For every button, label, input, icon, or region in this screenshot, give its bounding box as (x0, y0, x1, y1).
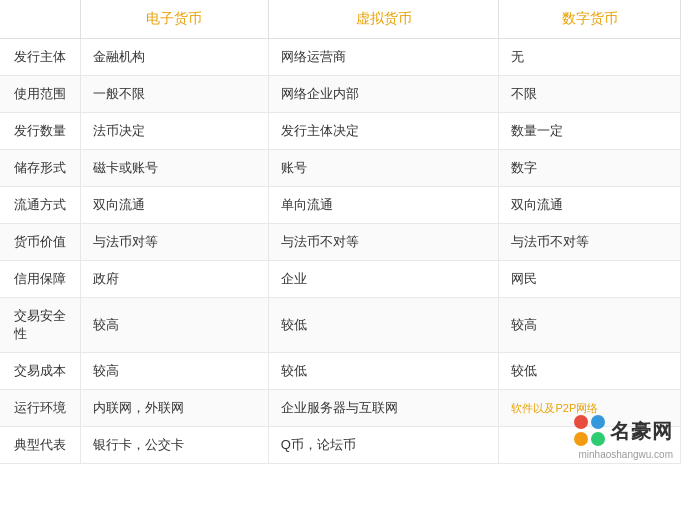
row-col2: 网络运营商 (268, 39, 499, 76)
header-virtual: 虚拟货币 (268, 0, 499, 39)
row-label: 流通方式 (0, 187, 80, 224)
row-col1: 与法币对等 (80, 224, 268, 261)
row-col2: 企业服务器与互联网 (268, 390, 499, 427)
table-row: 使用范围一般不限网络企业内部不限 (0, 76, 681, 113)
table-row: 储存形式磁卡或账号账号数字 (0, 150, 681, 187)
row-label: 货币价值 (0, 224, 80, 261)
row-col3: 较低 (499, 353, 681, 390)
row-col3: 较高 (499, 298, 681, 353)
row-col1: 金融机构 (80, 39, 268, 76)
table-row: 流通方式双向流通单向流通双向流通 (0, 187, 681, 224)
row-col2: Q币，论坛币 (268, 427, 499, 464)
row-col1: 双向流通 (80, 187, 268, 224)
header-digital: 数字货币 (499, 0, 681, 39)
row-col2: 较低 (268, 298, 499, 353)
row-col3: 不限 (499, 76, 681, 113)
row-col2: 发行主体决定 (268, 113, 499, 150)
row-label: 发行数量 (0, 113, 80, 150)
row-col2: 账号 (268, 150, 499, 187)
row-col1: 内联网，外联网 (80, 390, 268, 427)
row-label: 运行环境 (0, 390, 80, 427)
table-row: 信用保障政府企业网民 (0, 261, 681, 298)
row-col2: 网络企业内部 (268, 76, 499, 113)
row-label: 储存形式 (0, 150, 80, 187)
table-wrapper: 电子货币 虚拟货币 数字货币 发行主体金融机构网络运营商无使用范围一般不限网络企… (0, 0, 681, 464)
row-col3: 无 (499, 39, 681, 76)
table-row: 交易安全性较高较低较高 (0, 298, 681, 353)
row-col3: 网民 (499, 261, 681, 298)
row-col1: 银行卡，公交卡 (80, 427, 268, 464)
row-col1: 较高 (80, 298, 268, 353)
table-row: 典型代表银行卡，公交卡Q币，论坛币 (0, 427, 681, 464)
row-col1: 磁卡或账号 (80, 150, 268, 187)
row-label: 信用保障 (0, 261, 80, 298)
table-row: 货币价值与法币对等与法币不对等与法币不对等 (0, 224, 681, 261)
table-row: 发行主体金融机构网络运营商无 (0, 39, 681, 76)
row-col1: 政府 (80, 261, 268, 298)
table-row: 交易成本较高较低较低 (0, 353, 681, 390)
table-row: 运行环境内联网，外联网企业服务器与互联网软件以及P2P网络 (0, 390, 681, 427)
header-row: 电子货币 虚拟货币 数字货币 (0, 0, 681, 39)
row-col2: 单向流通 (268, 187, 499, 224)
header-electronic: 电子货币 (80, 0, 268, 39)
row-col2: 企业 (268, 261, 499, 298)
row-col3: 数量一定 (499, 113, 681, 150)
main-container: 电子货币 虚拟货币 数字货币 发行主体金融机构网络运营商无使用范围一般不限网络企… (0, 0, 681, 464)
row-col3 (499, 427, 681, 464)
row-label: 发行主体 (0, 39, 80, 76)
row-col3: 软件以及P2P网络 (499, 390, 681, 427)
row-col3: 双向流通 (499, 187, 681, 224)
row-col2: 与法币不对等 (268, 224, 499, 261)
row-col3: 与法币不对等 (499, 224, 681, 261)
comparison-table: 电子货币 虚拟货币 数字货币 发行主体金融机构网络运营商无使用范围一般不限网络企… (0, 0, 681, 464)
row-col2: 较低 (268, 353, 499, 390)
row-label: 使用范围 (0, 76, 80, 113)
row-label: 交易安全性 (0, 298, 80, 353)
header-empty (0, 0, 80, 39)
row-label: 典型代表 (0, 427, 80, 464)
row-col1: 一般不限 (80, 76, 268, 113)
row-col3: 数字 (499, 150, 681, 187)
table-row: 发行数量法币决定发行主体决定数量一定 (0, 113, 681, 150)
row-col1: 法币决定 (80, 113, 268, 150)
row-label: 交易成本 (0, 353, 80, 390)
row-col1: 较高 (80, 353, 268, 390)
